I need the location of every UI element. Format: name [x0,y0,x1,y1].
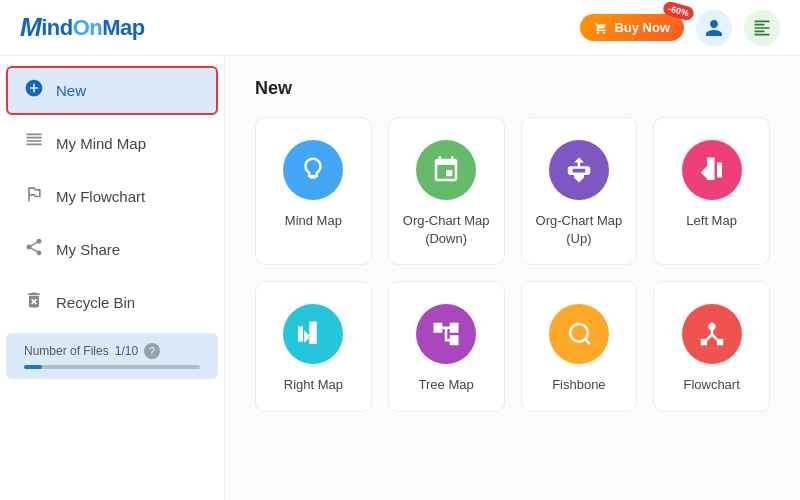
sidebar-item-recycle-bin[interactable]: Recycle Bin [6,278,218,327]
right-map-svg-icon [298,319,328,349]
left-map-label: Left Map [686,212,737,230]
flowchart-circle-icon [682,304,742,364]
sidebar-item-my-share[interactable]: My Share [6,225,218,274]
main-content: New Mind Map Org-Chart Map(Down) [225,56,800,500]
org-up-circle-icon [549,140,609,200]
stats-button[interactable] [744,10,780,46]
logo-m: M [20,12,41,43]
map-card-tree-map[interactable]: Tree Map [388,281,505,411]
flowchart-icon [24,184,44,209]
tree-map-svg-icon [431,319,461,349]
logo-ind: ind [41,15,73,41]
body: New My Mind Map My Flowchart My Share Re [0,56,800,500]
sidebar-flowchart-label: My Flowchart [56,188,145,205]
map-grid: Mind Map Org-Chart Map(Down) Org-Chart M… [255,117,770,412]
buy-now-button[interactable]: Buy Now -60% [580,14,684,41]
map-card-fishbone[interactable]: Fishbone [521,281,638,411]
files-label-text: Number of Files [24,344,109,358]
sidebar-share-label: My Share [56,241,120,258]
sidebar-mind-map-label: My Mind Map [56,135,146,152]
map-card-org-down[interactable]: Org-Chart Map(Down) [388,117,505,265]
cart-icon [594,21,608,35]
trash-icon [24,290,44,315]
mind-map-svg-icon [298,155,328,185]
org-up-svg-icon [564,155,594,185]
avatar-button[interactable] [696,10,732,46]
right-map-label: Right Map [284,376,343,394]
sidebar-bottom: Number of Files 1/10 ? [6,333,218,379]
sidebar-recycle-label: Recycle Bin [56,294,135,311]
map-card-flowchart[interactable]: Flowchart [653,281,770,411]
tree-map-label: Tree Map [419,376,474,394]
flowchart-svg-icon [697,319,727,349]
sidebar-item-my-mind-map[interactable]: My Mind Map [6,119,218,168]
fishbone-circle-icon [549,304,609,364]
tree-map-circle-icon [416,304,476,364]
map-card-org-up[interactable]: Org-Chart Map (Up) [521,117,638,265]
share-icon [24,237,44,262]
right-map-circle-icon [283,304,343,364]
header: MindOnMap Buy Now -60% [0,0,800,56]
sidebar: New My Mind Map My Flowchart My Share Re [0,56,225,500]
map-card-left-map[interactable]: Left Map [653,117,770,265]
sidebar-item-my-flowchart[interactable]: My Flowchart [6,172,218,221]
fishbone-svg-icon [564,319,594,349]
org-up-label: Org-Chart Map (Up) [534,212,625,248]
logo-on: On [73,15,103,41]
org-down-svg-icon [431,155,461,185]
discount-badge: -60% [662,0,696,22]
sidebar-item-new[interactable]: New [6,66,218,115]
left-map-circle-icon [682,140,742,200]
logo: MindOnMap [20,12,145,43]
fishbone-label: Fishbone [552,376,605,394]
user-icon [704,18,724,38]
mind-map-label: Mind Map [285,212,342,230]
buy-now-label: Buy Now [614,20,670,35]
header-right: Buy Now -60% [580,10,780,46]
progress-bar-background [24,365,200,369]
section-title: New [255,78,770,99]
chart-icon [752,18,772,38]
sidebar-new-label: New [56,82,86,99]
left-map-svg-icon [697,155,727,185]
map-card-mind-map[interactable]: Mind Map [255,117,372,265]
plus-circle-icon [24,78,44,103]
flowchart-label: Flowchart [683,376,739,394]
org-down-label: Org-Chart Map(Down) [403,212,490,248]
logo-map: Map [102,15,145,41]
help-icon[interactable]: ? [144,343,160,359]
files-count: 1/10 [115,344,138,358]
files-info: Number of Files 1/10 ? [24,343,200,359]
progress-bar-fill [24,365,42,369]
mind-map-circle-icon [283,140,343,200]
org-down-circle-icon [416,140,476,200]
mind-map-icon [24,131,44,156]
map-card-right-map[interactable]: Right Map [255,281,372,411]
